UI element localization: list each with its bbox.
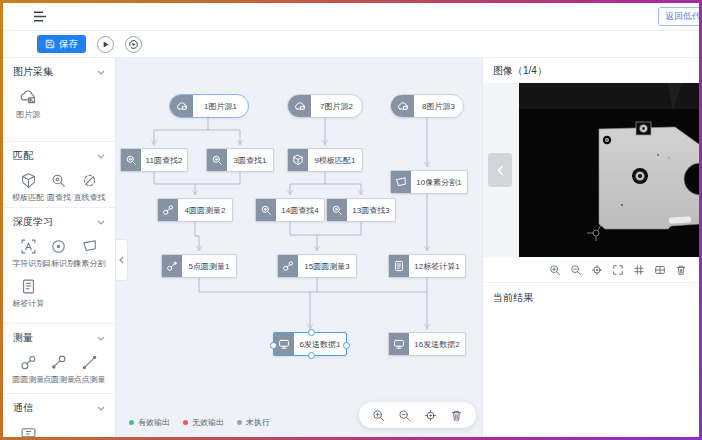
tool-template-match[interactable]: 模板匹配 xyxy=(13,172,44,203)
circle-search-icon xyxy=(327,199,347,221)
zoom-in-icon[interactable] xyxy=(372,409,385,422)
node-image-source-1[interactable]: 1图片源1 xyxy=(169,94,249,118)
node-point-circle-measure-1[interactable]: 5点圆测量1 xyxy=(161,254,237,278)
menu-icon[interactable] xyxy=(33,11,47,22)
node-label: 8图片源3 xyxy=(414,95,463,117)
node-handle-bottom[interactable] xyxy=(308,352,315,359)
section-header[interactable]: 测量 xyxy=(13,331,105,345)
app-window: 返回低代 保存 图片采集 图片源 xyxy=(3,3,699,437)
current-result-title: 当前结果 xyxy=(483,283,699,313)
tool-circle-circle-measure[interactable]: 圆圆测量 xyxy=(13,354,44,385)
node-circle-find-4[interactable]: 14圆查找4 xyxy=(255,198,325,222)
grid-icon[interactable] xyxy=(633,264,645,276)
prev-image-button[interactable] xyxy=(488,153,512,187)
canvas-controls xyxy=(359,402,476,428)
node-label: 12标签计算1 xyxy=(409,255,465,277)
chevron-down-icon xyxy=(97,220,105,225)
node-image-source-2[interactable]: 7图片源2 xyxy=(287,94,363,118)
delete-icon[interactable] xyxy=(675,264,687,276)
run-continuous-button[interactable] xyxy=(125,36,142,53)
legend-not-run: 未执行 xyxy=(237,417,270,428)
locate-icon[interactable] xyxy=(591,264,603,276)
cube-icon xyxy=(288,149,308,171)
node-circle-find-3[interactable]: 13圆查找3 xyxy=(326,198,396,222)
image-toolbar xyxy=(483,257,699,283)
circle-search-icon xyxy=(50,172,67,189)
node-label-calc-1[interactable]: 12标签计算1 xyxy=(388,254,466,278)
node-label: 3圆查找1 xyxy=(227,149,273,171)
chevron-left-icon xyxy=(119,256,124,264)
node-send-data-1[interactable]: 6发送数据1 xyxy=(273,332,347,356)
section-measure: 测量 圆圆测量 点圆测量 点点测量 xyxy=(3,324,115,394)
node-label: 14圆查找4 xyxy=(276,199,324,221)
node-label: 13圆查找3 xyxy=(347,199,395,221)
node-handle-left[interactable] xyxy=(270,342,277,349)
node-circle-circle-measure-3[interactable]: 15圆圆测量3 xyxy=(277,254,357,278)
node-label: 1图片源1 xyxy=(193,95,248,117)
chevron-down-icon xyxy=(97,336,105,341)
node-label: 7图片源2 xyxy=(311,95,362,117)
section-header[interactable]: 深度学习 xyxy=(13,215,105,229)
section-header[interactable]: 通信 xyxy=(13,401,105,415)
segment-icon xyxy=(391,171,411,193)
fit-screen-icon[interactable] xyxy=(612,264,624,276)
top-header: 返回低代 xyxy=(3,3,699,31)
tool-object-detect[interactable]: 目标识别 xyxy=(44,238,75,269)
node-circle-find-1[interactable]: 3圆查找1 xyxy=(206,148,274,172)
tool-label-calc[interactable]: 标签计算 xyxy=(13,278,44,309)
section-communication: 通信 xyxy=(3,394,115,437)
tool-pixel-segment[interactable]: 像素分割 xyxy=(74,238,105,269)
node-circle-find-2[interactable]: 11圆查找2 xyxy=(120,148,188,172)
node-template-match-1[interactable]: 9模板匹配1 xyxy=(287,148,363,172)
play-icon xyxy=(98,37,113,52)
section-header[interactable]: 匹配 xyxy=(13,149,105,163)
segment-icon xyxy=(81,238,98,255)
node-handle-top[interactable] xyxy=(308,329,315,336)
return-lowcode-button[interactable]: 返回低代 xyxy=(658,7,699,26)
send-data-icon xyxy=(274,333,294,355)
tool-sidebar: 图片采集 图片源 匹配 模板匹配 xyxy=(3,58,116,437)
tool-line-find[interactable]: 直线查找 xyxy=(74,172,105,203)
node-pixel-segment-1[interactable]: 10像素分割1 xyxy=(390,170,468,194)
node-label: 16发送数据2 xyxy=(409,333,465,355)
run-button[interactable] xyxy=(97,36,114,53)
image-viewer xyxy=(483,83,699,257)
cloud-icon xyxy=(391,95,414,117)
chevron-down-icon xyxy=(97,70,105,75)
play-loop-icon xyxy=(126,37,141,52)
sidebar-collapse-handle[interactable] xyxy=(116,239,128,281)
tool-circle-find[interactable]: 圆查找 xyxy=(44,172,75,203)
node-handle-right[interactable] xyxy=(343,342,350,349)
zoom-out-icon[interactable] xyxy=(398,409,411,422)
legend-valid: 有效输出 xyxy=(129,417,170,428)
node-label: 4圆圆测量2 xyxy=(178,199,232,221)
target-icon xyxy=(50,238,67,255)
result-empty-area xyxy=(483,313,699,437)
cloud-icon xyxy=(170,95,193,117)
delete-icon[interactable] xyxy=(450,409,463,422)
tool-point-circle-measure[interactable]: 点圆测量 xyxy=(44,354,75,385)
node-label: 6发送数据1 xyxy=(294,333,346,355)
circle-circle-measure-icon xyxy=(278,255,298,277)
tool-image-source[interactable]: 图片源 xyxy=(13,88,44,120)
save-button[interactable]: 保存 xyxy=(37,35,86,53)
tool-point-point-measure[interactable]: 点点测量 xyxy=(74,354,105,385)
compare-icon[interactable] xyxy=(654,264,666,276)
point-circle-icon xyxy=(50,354,67,371)
node-send-data-2[interactable]: 16发送数据2 xyxy=(388,332,466,356)
tool-send-data[interactable] xyxy=(13,424,44,437)
flow-canvas[interactable]: 1图片源1 7图片源2 8图片源3 11圆查找2 3圆查找1 9模板匹配1 xyxy=(116,58,482,437)
send-data-icon xyxy=(20,424,37,437)
zoom-out-icon[interactable] xyxy=(570,264,582,276)
zoom-in-icon[interactable] xyxy=(549,264,561,276)
ocr-icon xyxy=(20,238,37,255)
node-circle-circle-measure-2[interactable]: 4圆圆测量2 xyxy=(157,198,233,222)
node-image-source-3[interactable]: 8图片源3 xyxy=(390,94,464,118)
locate-icon[interactable] xyxy=(424,409,437,422)
tool-ocr[interactable]: 字符识别 xyxy=(13,238,44,269)
image-nav-strip xyxy=(483,83,519,257)
section-header[interactable]: 图片采集 xyxy=(13,65,105,79)
circle-circle-measure-icon xyxy=(158,199,178,221)
inspection-image[interactable] xyxy=(519,83,699,257)
save-icon xyxy=(45,39,55,49)
